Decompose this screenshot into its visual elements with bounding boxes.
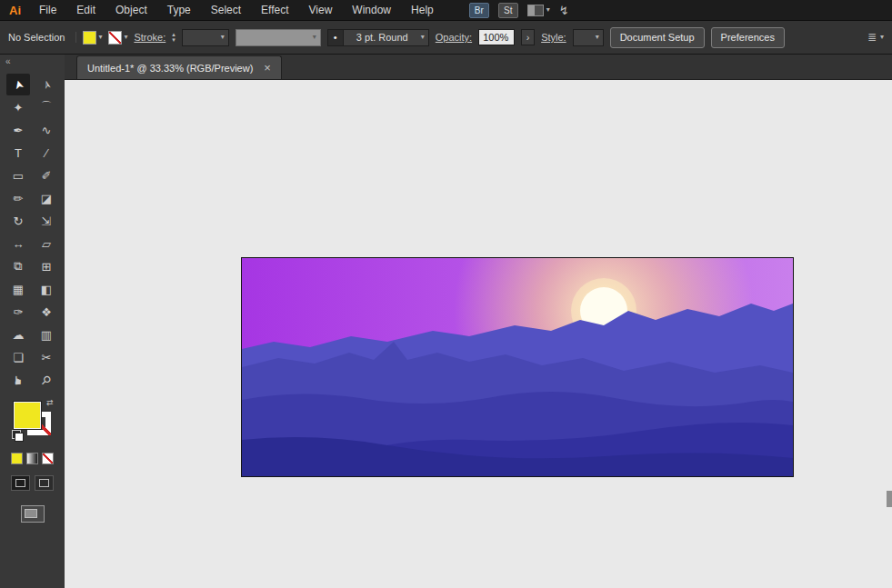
arrange-documents-icon	[527, 5, 544, 16]
gpu-performance-icon[interactable]: ↯	[559, 4, 569, 17]
brush-definition-value: 3 pt. Round	[347, 32, 417, 43]
gradient-button[interactable]	[26, 453, 38, 464]
screen-mode-icon	[25, 509, 37, 518]
chevron-down-icon: ▾	[421, 34, 428, 41]
chevron-down-icon: ▾	[546, 6, 550, 14]
default-fill-stroke-icon[interactable]	[12, 430, 24, 442]
selection-tool-icon: ➤	[10, 78, 25, 91]
fill-stroke-indicator: ⇄	[12, 398, 54, 442]
direct-selection-tool[interactable]: ➢	[35, 74, 58, 95]
none-button[interactable]	[42, 453, 54, 464]
width-tool[interactable]: ↔	[6, 233, 30, 254]
opacity-more-button[interactable]: ›	[521, 29, 535, 45]
align-options-button[interactable]: ≣ ▾	[867, 31, 884, 44]
draw-behind-icon	[39, 479, 49, 487]
opacity-label[interactable]: Opacity:	[436, 32, 472, 43]
close-tab-icon[interactable]: ×	[264, 62, 271, 74]
lasso-tool[interactable]: ⌒	[35, 96, 58, 118]
symbol-sprayer-tool[interactable]: ☁	[6, 324, 30, 345]
free-transform-tool[interactable]: ▱	[35, 233, 58, 254]
default-fill-mini-swatch	[15, 433, 24, 442]
swap-fill-stroke-icon[interactable]: ⇄	[46, 398, 54, 407]
style-select[interactable]: ▾	[573, 29, 604, 46]
curvature-tool[interactable]: ∿	[35, 119, 58, 141]
fill-indicator[interactable]	[14, 402, 41, 429]
brush-definition-select[interactable]: • 3 pt. Round ▾	[327, 29, 429, 46]
brush-preview-icon: •	[328, 30, 344, 45]
menu-edit[interactable]: Edit	[66, 4, 105, 16]
menu-select[interactable]: Select	[201, 4, 251, 16]
zoom-tool[interactable]: ⚲	[35, 369, 58, 391]
artboard-tool[interactable]: ❏	[6, 346, 30, 368]
fill-color-control[interactable]: ▾	[83, 31, 102, 45]
type-tool[interactable]: T	[6, 142, 30, 164]
mesh-tool[interactable]: ▦	[6, 278, 30, 300]
menu-type[interactable]: Type	[157, 4, 201, 16]
menu-view[interactable]: View	[299, 4, 343, 16]
menu-object[interactable]: Object	[105, 4, 157, 16]
line-segment-tool[interactable]: ∕	[35, 142, 58, 164]
selection-tool[interactable]: ➤	[6, 74, 30, 95]
stepper-down-icon[interactable]: ▾	[172, 37, 175, 43]
chevron-down-icon: ▾	[98, 34, 102, 41]
stroke-swatch[interactable]	[108, 31, 122, 45]
change-screen-mode-button[interactable]	[21, 505, 45, 523]
stock-button[interactable]: St	[498, 3, 518, 18]
menu-effect[interactable]: Effect	[251, 4, 298, 16]
draw-normal-button[interactable]	[11, 475, 30, 491]
control-bar: No Selection ▾ ▾ Stroke: ▴ ▾ ▾ ▾ • 3 pt.…	[0, 20, 892, 55]
document-tab-strip: Untitled-1* @ 33.33% (RGB/Preview) ×	[65, 55, 892, 80]
arrange-documents-button[interactable]: ▾	[527, 5, 550, 16]
zoom-tool-icon: ⚲	[38, 372, 54, 387]
draw-normal-icon	[15, 479, 25, 487]
artboard[interactable]	[241, 257, 794, 477]
blend-tool[interactable]: ❖	[35, 301, 58, 323]
draw-behind-button[interactable]	[35, 475, 54, 491]
color-button[interactable]	[11, 453, 23, 464]
hand-tool[interactable]: ☛	[6, 369, 30, 391]
document-setup-button[interactable]: Document Setup	[610, 27, 705, 48]
eraser-tool[interactable]: ◪	[35, 187, 58, 209]
tools-panel: « ➤ ➢ ✦ ⌒ ✒ ∿ T ∕ ▭ ✐ ✏ ◪ ↻ ⇲ ↔ ▱ ⧉ ⊞ ▦	[0, 55, 65, 588]
column-graph-tool[interactable]: ▥	[35, 324, 58, 345]
align-options-icon: ≣	[867, 31, 877, 44]
scale-tool[interactable]: ⇲	[35, 210, 58, 232]
menu-help[interactable]: Help	[401, 4, 444, 16]
tools-grid: ➤ ➢ ✦ ⌒ ✒ ∿ T ∕ ▭ ✐ ✏ ◪ ↻ ⇲ ↔ ▱ ⧉ ⊞ ▦ ◧	[0, 74, 65, 391]
shape-builder-tool[interactable]: ⧉	[6, 255, 30, 277]
app-bar-right: Br St ▾ ↯	[469, 3, 582, 18]
pencil-tool[interactable]: ✏	[6, 187, 30, 209]
gradient-tool[interactable]: ◧	[35, 278, 58, 300]
rotate-tool[interactable]: ↻	[6, 210, 30, 232]
hand-tool-icon: ☛	[12, 374, 25, 385]
stroke-width-stepper[interactable]: ▴ ▾	[172, 32, 175, 43]
menu-file[interactable]: File	[29, 4, 66, 16]
stroke-width-select[interactable]: ▾	[182, 29, 229, 46]
preferences-button[interactable]: Preferences	[711, 27, 785, 48]
collapse-panel-icon[interactable]: «	[0, 55, 65, 69]
canvas-pasteboard[interactable]	[65, 80, 892, 588]
paintbrush-tool[interactable]: ✐	[35, 164, 58, 186]
drawing-mode-buttons	[0, 475, 65, 491]
style-label[interactable]: Style:	[541, 32, 566, 43]
bridge-button[interactable]: Br	[469, 3, 489, 18]
menu-bar: Ai File Edit Object Type Select Effect V…	[0, 0, 892, 20]
slice-tool[interactable]: ✂	[35, 346, 58, 368]
chevron-down-icon: ▾	[124, 34, 127, 41]
document-tab[interactable]: Untitled-1* @ 33.33% (RGB/Preview) ×	[76, 55, 282, 79]
artwork-svg	[242, 258, 793, 476]
opacity-input[interactable]: 100%	[478, 29, 515, 45]
perspective-grid-tool[interactable]: ⊞	[35, 255, 58, 277]
vertical-scrollbar-thumb[interactable]	[887, 491, 892, 507]
variable-width-profile-select: ▾	[236, 29, 321, 46]
pen-tool[interactable]: ✒	[6, 119, 30, 141]
stroke-color-control[interactable]: ▾	[108, 31, 127, 45]
illustrator-window: Ai File Edit Object Type Select Effect V…	[0, 0, 892, 588]
rectangle-tool[interactable]: ▭	[6, 164, 30, 186]
menu-window[interactable]: Window	[342, 4, 401, 16]
selection-status: No Selection	[8, 32, 76, 43]
magic-wand-tool[interactable]: ✦	[6, 96, 30, 118]
stroke-label[interactable]: Stroke:	[134, 32, 165, 43]
eyedropper-tool[interactable]: ✑	[6, 301, 30, 323]
fill-swatch[interactable]	[83, 31, 96, 45]
